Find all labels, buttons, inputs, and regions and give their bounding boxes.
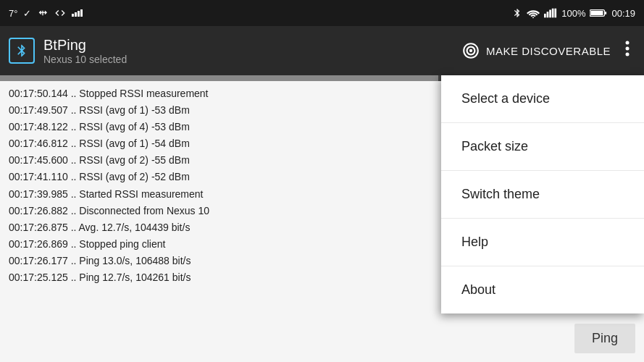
app-title-group: BtPing Nexus 10 selected <box>43 36 453 65</box>
check-icon: ✓ <box>23 8 31 19</box>
usb-icon <box>37 7 49 19</box>
svg-rect-5 <box>544 14 546 17</box>
svg-rect-9 <box>555 9 557 18</box>
bluetooth-status-icon <box>512 7 522 20</box>
dropdown-menu: Select a devicePacket sizeSwitch themeHe… <box>441 75 644 313</box>
svg-rect-1 <box>75 12 77 17</box>
bluetooth-app-icon <box>9 38 35 64</box>
svg-rect-6 <box>547 12 549 17</box>
time-display: 00:19 <box>611 8 635 19</box>
app-subtitle: Nexus 10 selected <box>43 54 453 65</box>
svg-rect-12 <box>591 11 603 15</box>
status-right-icons: 100% 00:19 <box>512 7 635 20</box>
svg-rect-3 <box>80 9 83 17</box>
target-icon <box>461 41 480 60</box>
svg-rect-2 <box>78 11 80 17</box>
signal-icon <box>544 8 557 18</box>
bars-icon <box>72 9 83 17</box>
menu-item-switch-theme[interactable]: Switch theme <box>441 171 644 219</box>
menu-item-packet-size[interactable]: Packet size <box>441 123 644 171</box>
app-title: BtPing <box>43 36 453 54</box>
menu-item-help[interactable]: Help <box>441 219 644 266</box>
app-bar: BtPing Nexus 10 selected MAKE DISCOVERAB… <box>0 26 644 75</box>
wifi-status-icon <box>527 8 540 18</box>
svg-point-15 <box>626 47 630 51</box>
progress-bar-fill <box>0 75 438 81</box>
battery-icon <box>590 8 607 18</box>
svg-point-13 <box>469 49 472 52</box>
ping-button[interactable]: Ping <box>574 324 635 353</box>
make-discoverable-label: MAKE DISCOVERABLE <box>486 45 611 57</box>
code-icon <box>54 7 66 19</box>
svg-rect-8 <box>552 9 554 18</box>
temperature-indicator: 7° <box>9 8 17 19</box>
status-bar: 7° ✓ 100% <box>0 0 644 26</box>
svg-point-4 <box>532 17 534 18</box>
svg-rect-11 <box>605 12 607 14</box>
battery-percent: 100% <box>561 8 585 19</box>
svg-rect-0 <box>72 14 74 17</box>
menu-item-about[interactable]: About <box>441 266 644 313</box>
svg-point-16 <box>626 53 630 56</box>
menu-item-select-device[interactable]: Select a device <box>441 75 644 123</box>
overflow-menu-button[interactable] <box>619 37 635 64</box>
svg-rect-7 <box>549 10 551 18</box>
svg-point-14 <box>626 41 630 45</box>
status-left-icons: 7° ✓ <box>9 7 83 19</box>
make-discoverable-button[interactable]: MAKE DISCOVERABLE <box>461 41 611 60</box>
